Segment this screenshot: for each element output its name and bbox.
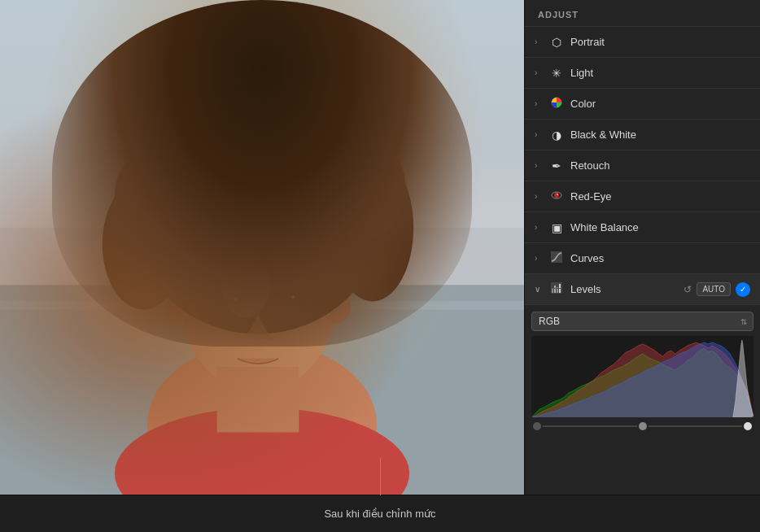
svg-point-13 <box>332 154 414 301</box>
chevron-down-icon: ∨ <box>535 285 543 294</box>
curves-icon <box>549 251 564 265</box>
sidebar-item-curves[interactable]: › Curves <box>525 243 760 274</box>
svg-point-11 <box>143 56 373 269</box>
bottom-caption: Sau khi điều chỉnh mức <box>324 508 435 520</box>
svg-rect-35 <box>554 286 556 293</box>
retouch-label: Retouch <box>570 159 750 172</box>
svg-point-31 <box>557 194 558 195</box>
adjust-header: ADJUST <box>525 0 760 27</box>
svg-point-23 <box>234 297 238 300</box>
histogram <box>531 336 753 417</box>
black-white-icon: ◑ <box>549 129 564 142</box>
svg-point-18 <box>282 137 323 203</box>
svg-rect-3 <box>0 301 524 309</box>
svg-point-26 <box>221 252 270 318</box>
chevron-right-icon: › <box>535 192 543 201</box>
sidebar-item-red-eye[interactable]: › Red-Eye <box>525 181 760 212</box>
white-balance-label: White Balance <box>570 221 750 233</box>
svg-point-4 <box>147 342 377 495</box>
svg-rect-9 <box>217 367 299 432</box>
check-button[interactable]: ✓ <box>736 282 750 297</box>
reset-button[interactable]: ↺ <box>684 284 692 295</box>
photo-image <box>0 0 524 495</box>
chevron-right-icon: › <box>535 161 543 170</box>
svg-point-6 <box>180 211 335 391</box>
light-icon: ✳ <box>549 67 564 80</box>
svg-rect-1 <box>0 0 524 228</box>
chevron-right-icon: › <box>535 223 543 232</box>
callout-line <box>380 458 381 495</box>
svg-point-14 <box>115 146 213 244</box>
red-eye-label: Red-Eye <box>570 190 750 203</box>
black-point-handle[interactable] <box>533 422 541 430</box>
channel-select-wrapper: RGB Red Green Blue Luminance ⇅ <box>531 312 753 331</box>
photo-panel <box>0 0 524 495</box>
svg-point-15 <box>315 133 405 240</box>
svg-point-21 <box>227 294 240 307</box>
levels-panel: RGB Red Green Blue Luminance ⇅ <box>525 305 760 440</box>
sidebar-item-retouch[interactable]: › ✒ Retouch <box>525 150 760 181</box>
chevron-right-icon: › <box>535 254 543 263</box>
svg-point-25 <box>176 318 184 326</box>
adjust-title: ADJUST <box>538 10 579 20</box>
svg-point-30 <box>554 193 559 198</box>
svg-point-24 <box>291 295 295 299</box>
white-point-handle[interactable] <box>744 422 752 430</box>
main-area: ADJUST › ⬡ Portrait › ✳ Light › <box>0 0 760 495</box>
svg-point-16 <box>176 56 339 187</box>
slider-track-right <box>649 425 743 427</box>
auto-button[interactable]: AUTO <box>697 282 731 296</box>
levels-icon <box>549 282 564 296</box>
chevron-right-icon: › <box>535 37 543 46</box>
levels-actions: ↺ AUTO ✓ <box>684 282 750 297</box>
portrait-icon: ⬡ <box>549 36 564 49</box>
svg-rect-2 <box>0 285 524 495</box>
sidebar-item-white-balance[interactable]: › ▣ White Balance <box>525 212 760 243</box>
light-label: Light <box>570 67 750 79</box>
svg-point-10 <box>131 89 385 334</box>
histogram-sliders <box>531 419 753 434</box>
bottom-bar: Sau khi điều chỉnh mức <box>0 495 760 532</box>
svg-rect-38 <box>552 288 561 289</box>
svg-point-19 <box>219 293 248 309</box>
svg-point-22 <box>284 292 297 305</box>
chevron-right-icon: › <box>535 68 543 77</box>
curves-label: Curves <box>570 252 750 264</box>
channel-select[interactable]: RGB Red Green Blue Luminance <box>531 312 753 331</box>
sidebar-item-levels[interactable]: ∨ Levels ↺ AUTO ✓ <box>525 274 760 305</box>
levels-label: Levels <box>570 283 684 295</box>
svg-point-20 <box>276 291 305 307</box>
right-panel: ADJUST › ⬡ Portrait › ✳ Light › <box>524 0 760 495</box>
svg-point-17 <box>205 121 254 203</box>
sidebar-item-color[interactable]: › Color <box>525 89 760 120</box>
color-label: Color <box>570 98 750 110</box>
chevron-right-icon: › <box>535 99 543 108</box>
slider-track-left <box>543 425 637 427</box>
svg-point-8 <box>321 287 350 323</box>
chevron-right-icon: › <box>535 130 543 139</box>
svg-rect-27 <box>0 0 524 495</box>
sidebar-item-black-white[interactable]: › ◑ Black & White <box>525 120 760 150</box>
portrait-label: Portrait <box>570 36 750 48</box>
color-icon <box>549 97 564 111</box>
midtone-handle[interactable] <box>639 422 647 430</box>
svg-rect-0 <box>0 0 524 495</box>
red-eye-icon <box>549 190 564 203</box>
retouch-icon: ✒ <box>549 159 564 172</box>
svg-point-5 <box>115 408 409 495</box>
sidebar-item-light[interactable]: › ✳ Light <box>525 58 760 89</box>
white-balance-icon: ▣ <box>549 221 564 234</box>
black-white-label: Black & White <box>570 129 750 141</box>
adjust-list: › ⬡ Portrait › ✳ Light › <box>525 27 760 495</box>
svg-rect-34 <box>552 289 553 293</box>
sidebar-item-portrait[interactable]: › ⬡ Portrait <box>525 27 760 58</box>
svg-point-12 <box>103 178 185 309</box>
svg-point-7 <box>165 291 194 327</box>
